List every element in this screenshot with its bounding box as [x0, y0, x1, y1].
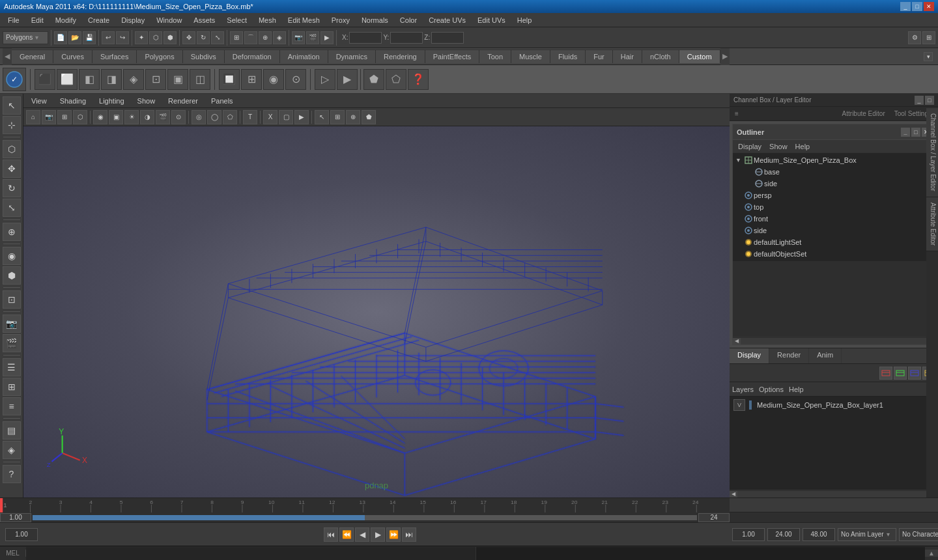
vp-camera-icon[interactable]: 📷: [42, 110, 56, 124]
shelf-icon-7[interactable]: ▣: [167, 69, 188, 90]
vt-renderer[interactable]: Renderer: [163, 96, 203, 106]
step-back-btn[interactable]: ⏪: [339, 527, 354, 542]
vp-show-all-icon[interactable]: ◎: [192, 110, 206, 124]
outliner-max-btn[interactable]: □: [911, 128, 920, 137]
outliner-display-menu[interactable]: Display: [735, 141, 764, 152]
select-object-icon[interactable]: ↖: [3, 96, 21, 115]
menu-select[interactable]: Select: [221, 15, 252, 25]
tab-muscle[interactable]: Muscle: [511, 49, 550, 63]
shelf-icon-4[interactable]: ◨: [101, 69, 122, 90]
shelf-icon-8[interactable]: ◫: [190, 69, 210, 90]
attr-editor-tab[interactable]: Attribute Editor: [838, 109, 889, 119]
x-input[interactable]: [349, 32, 382, 44]
tab-animation[interactable]: Animation: [280, 49, 328, 63]
ol-item-front[interactable]: front: [733, 213, 927, 225]
hscroll-track[interactable]: [741, 338, 927, 344]
frame-end-field[interactable]: [767, 528, 800, 541]
vp-texture-icon[interactable]: ▣: [109, 110, 123, 124]
timeline-track[interactable]: 1 2 3 4 5 6 7 8 9: [0, 498, 730, 512]
layer-type-indicator[interactable]: [749, 400, 752, 410]
camera-icon[interactable]: 📷: [292, 31, 305, 44]
vp-grid-icon[interactable]: ⊞: [57, 110, 72, 124]
open-file-icon[interactable]: 📂: [68, 31, 81, 44]
menu-file[interactable]: File: [3, 15, 25, 25]
vp-wireframe-icon[interactable]: ⬡: [73, 110, 87, 124]
menu-color[interactable]: Color: [395, 15, 422, 25]
shelf-icon-3[interactable]: ◧: [79, 69, 100, 90]
rotate-icon[interactable]: ↻: [197, 31, 210, 44]
shelf-icon-1[interactable]: ⬛: [35, 69, 55, 90]
goto-end-btn[interactable]: ⏭: [402, 527, 416, 542]
layer-hscroll-bar[interactable]: ◀ ▶: [730, 490, 938, 497]
layer-opt-help[interactable]: Help: [789, 385, 804, 393]
new-file-icon[interactable]: 📄: [54, 31, 67, 44]
layer-opt-layers[interactable]: Layers: [732, 385, 754, 393]
layers-icon[interactable]: ▤: [3, 421, 21, 440]
play-back-btn[interactable]: ◀: [355, 527, 369, 542]
lasso-select-icon[interactable]: ⊹: [3, 116, 21, 134]
camera-tool-icon[interactable]: 📷: [3, 315, 21, 333]
layer-add-icon[interactable]: [894, 367, 907, 380]
outliner-minimize-btn[interactable]: _: [901, 128, 910, 137]
vp-screen-icon[interactable]: ▢: [279, 110, 293, 124]
vt-show[interactable]: Show: [132, 96, 161, 106]
snap-grid-icon[interactable]: ⊞: [230, 31, 243, 44]
grid-icon[interactable]: ⊞: [922, 31, 935, 44]
vp-render-icon[interactable]: 🎬: [156, 110, 170, 124]
universal-manipulator-icon[interactable]: ⊕: [3, 223, 21, 241]
scale-tool-icon[interactable]: ⤡: [3, 199, 21, 217]
cmdline-input[interactable]: [26, 547, 476, 560]
minimize-btn[interactable]: _: [900, 2, 911, 11]
ol-item-side[interactable]: side: [733, 178, 927, 189]
char-set-dropdown[interactable]: No Character Set ▾: [899, 528, 938, 541]
hscroll-left-btn[interactable]: ◀: [733, 338, 741, 344]
channel-box-tab[interactable]: Channel Box / Layer Editor: [926, 108, 938, 197]
ipr-icon[interactable]: ▶: [320, 31, 334, 44]
lasso-icon[interactable]: ⬡: [149, 31, 162, 44]
help-icon[interactable]: ?: [3, 465, 21, 483]
ol-item-lightset[interactable]: defaultLightSet: [733, 236, 927, 248]
attrs-icon[interactable]: ≡: [3, 397, 21, 415]
shelf-options-icon[interactable]: ▾: [924, 52, 933, 61]
display-settings-icon[interactable]: ⚙: [908, 31, 921, 44]
ol-item-objectset[interactable]: defaultObjectSet: [733, 248, 927, 260]
vp-anim-icon[interactable]: ▶: [294, 110, 309, 124]
shelf-left-arrow-icon[interactable]: ◀: [3, 48, 12, 65]
layer-item-0[interactable]: V Medium_Size_Open_Pizza_Box_layer1: [731, 398, 937, 412]
tab-subdivs[interactable]: Subdivs: [183, 49, 225, 63]
tab-fur[interactable]: Fur: [586, 49, 613, 63]
menu-proxy[interactable]: Proxy: [326, 15, 355, 25]
shelf-home-icon[interactable]: ✓: [3, 68, 26, 91]
vp-ao-icon[interactable]: ⊙: [171, 110, 186, 124]
goto-start-btn[interactable]: ⏮: [324, 527, 338, 542]
shelf-icon-14[interactable]: ▶: [337, 69, 358, 90]
vp-xray-icon[interactable]: X: [263, 110, 277, 124]
shelf-icon-5[interactable]: ◈: [123, 69, 144, 90]
move-icon[interactable]: ✥: [182, 31, 195, 44]
attribute-editor-tab[interactable]: Attribute Editor: [926, 197, 938, 251]
snap-curve-icon[interactable]: ⌒: [244, 31, 257, 44]
menu-display[interactable]: Display: [116, 15, 150, 25]
vp-home-icon[interactable]: ⌂: [26, 110, 40, 124]
sculpt-icon[interactable]: ⬢: [3, 266, 21, 285]
shelf-icon-2[interactable]: ⬜: [57, 69, 78, 90]
z-input[interactable]: [431, 32, 464, 44]
tab-fluids[interactable]: Fluids: [550, 49, 586, 63]
layer-opt-options[interactable]: Options: [759, 385, 784, 393]
vp-connect-icon[interactable]: ⊕: [346, 110, 360, 124]
menu-createuvs[interactable]: Create UVs: [423, 15, 471, 25]
layer-hscroll-left-btn[interactable]: ◀: [730, 491, 737, 497]
tab-dynamics[interactable]: Dynamics: [328, 49, 376, 63]
channelbox-float-btn[interactable]: □: [925, 96, 934, 105]
layer-remove-icon[interactable]: [908, 367, 921, 380]
shelf-icon-16[interactable]: ⬠: [386, 69, 406, 90]
snap-point-icon[interactable]: ⊕: [259, 31, 272, 44]
close-btn[interactable]: ✕: [924, 2, 934, 11]
tab-custom[interactable]: Custom: [679, 49, 720, 63]
menu-help[interactable]: Help: [512, 15, 537, 25]
paint-select-icon[interactable]: ⬡: [3, 140, 21, 158]
save-file-icon[interactable]: 💾: [83, 31, 96, 44]
shelf-icon-13[interactable]: ▷: [315, 69, 335, 90]
vp-split-icon[interactable]: ⬟: [362, 110, 376, 124]
frame-start-field[interactable]: [732, 528, 765, 541]
